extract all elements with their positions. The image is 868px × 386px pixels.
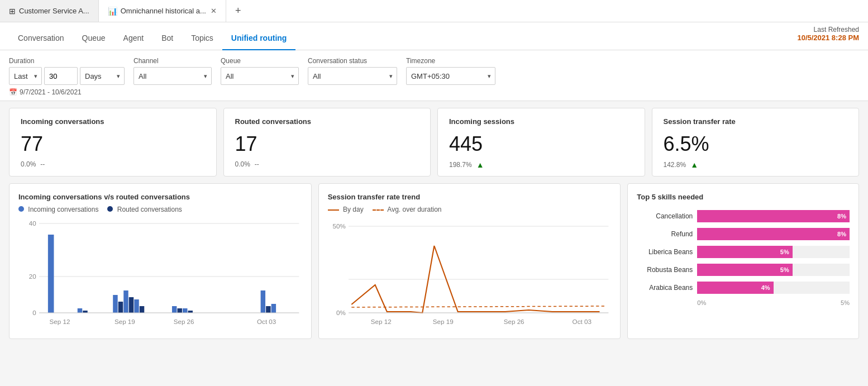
kpi-row: Incoming conversations 77 0.0% -- Routed… [0, 101, 868, 183]
skills-bar-value: 8% [837, 231, 846, 237]
kpi-incoming-sessions: Incoming sessions 445 198.7% ▲ [437, 108, 645, 177]
bar-routed-3 [118, 302, 123, 313]
tab-unified-routing[interactable]: Unified routing [222, 27, 296, 50]
bar-incoming-2 [78, 308, 82, 313]
kpi-session-transfer-rate-value: 6.5% [664, 132, 848, 156]
bar-incoming-3 [113, 295, 117, 313]
duration-preset-select[interactable]: Last [9, 67, 42, 85]
skills-bar-fill: 5% [697, 264, 792, 276]
conversation-status-select[interactable]: All [308, 67, 397, 85]
svg-line-16 [351, 306, 605, 307]
conversation-status-label: Conversation status [308, 57, 397, 65]
last-refreshed-label: Last Refreshed [797, 26, 859, 34]
skills-axis-5: 5% [841, 299, 850, 306]
date-range-value: 9/7/2021 - 10/6/2021 [20, 88, 82, 96]
skills-bar-value: 4% [761, 284, 770, 291]
kpi-session-transfer-rate: Session transfer rate 6.5% 142.8% ▲ [652, 108, 860, 177]
skills-bar-value: 5% [780, 249, 789, 255]
duration-filter: Duration Last Days Weeks Months [9, 57, 125, 85]
close-icon[interactable]: ✕ [211, 7, 217, 15]
queue-label: Queue [221, 57, 299, 65]
bar-incoming-9 [271, 304, 276, 313]
calendar-icon: 📅 [9, 88, 17, 96]
skills-chart-title: Top 5 skills needed [637, 193, 850, 201]
avg-legend-icon [373, 209, 384, 211]
routed-legend-label: Routed conversations [117, 206, 182, 213]
svg-text:Oct 03: Oct 03 [257, 318, 276, 325]
bar-incoming-7 [183, 308, 187, 313]
tab-topics[interactable]: Topics [182, 27, 222, 50]
add-tab-button[interactable]: + [226, 0, 250, 22]
kpi-incoming-conversations-title: Incoming conversations [21, 117, 205, 126]
line-chart-card: Session transfer rate trend By day Avg. … [318, 183, 621, 339]
bar-chart-svg: 40 20 0 [18, 218, 302, 330]
kpi-incoming-sessions-title: Incoming sessions [449, 117, 633, 126]
skills-bar-track: 8% [697, 228, 850, 240]
skills-bar-label: Robusta Beans [637, 266, 693, 274]
tab-conversation[interactable]: Conversation [9, 27, 73, 50]
bar-routed-2 [83, 311, 87, 313]
bar-incoming-4 [123, 290, 128, 313]
bar-incoming-5 [134, 299, 139, 313]
bar-chart-legend: Incoming conversations Routed conversati… [18, 206, 302, 213]
duration-unit-select[interactable]: Days Weeks Months [80, 67, 125, 85]
bar-incoming-6 [172, 306, 177, 313]
bar-incoming-1 [48, 235, 54, 313]
tab-queue[interactable]: Queue [73, 27, 115, 50]
incoming-sessions-arrow-icon: ▲ [476, 160, 484, 169]
channel-select[interactable]: All [133, 67, 212, 85]
skills-bar-fill: 8% [697, 228, 850, 240]
skills-bar-row: Cancellation 8% [637, 210, 850, 222]
conversation-status-filter: Conversation status All [308, 57, 397, 85]
duration-number-input[interactable] [44, 67, 78, 85]
skills-bar-label: Cancellation [637, 212, 693, 220]
skills-bar-row: Refund 8% [637, 228, 850, 240]
bar-routed-6 [177, 308, 182, 313]
timezone-select[interactable]: GMT+05:30 [406, 67, 495, 85]
incoming-legend-label: Incoming conversations [28, 206, 98, 213]
bar-routed-4 [129, 297, 133, 313]
svg-text:Sep 12: Sep 12 [370, 318, 391, 325]
svg-text:Sep 19: Sep 19 [115, 318, 135, 325]
queue-filter: Queue All [221, 57, 299, 85]
tab-bar: ⊞ Customer Service A... 📊 Omnichannel hi… [0, 0, 868, 22]
line-chart-container: 50% 0% Sep 12 Sep 19 Sep 26 Oct 03 [328, 218, 612, 330]
tab-agent[interactable]: Agent [115, 27, 153, 50]
bar-chart-container: 40 20 0 [18, 218, 302, 330]
by-day-legend-icon [328, 209, 339, 211]
svg-text:40: 40 [29, 220, 36, 227]
svg-text:50%: 50% [332, 223, 345, 230]
svg-text:0: 0 [32, 309, 36, 316]
tab-customer-service-label: Customer Service A... [19, 7, 89, 15]
tab-bot[interactable]: Bot [152, 27, 182, 50]
bar-routed-7 [188, 311, 193, 313]
svg-text:0%: 0% [336, 309, 346, 316]
skills-hbar-axis: 0% 5% [637, 299, 850, 306]
kpi-incoming-conversations-value: 77 [21, 132, 205, 156]
tab-customer-service[interactable]: ⊞ Customer Service A... [0, 0, 99, 22]
skills-axis-0: 0% [697, 299, 706, 306]
avg-legend-label: Avg. over duration [387, 206, 441, 213]
omnichannel-icon: 📊 [108, 7, 117, 16]
skills-bar-value: 8% [837, 213, 846, 220]
last-refreshed-value: 10/5/2021 8:28 PM [797, 34, 859, 42]
skills-bar-track: 8% [697, 210, 850, 222]
svg-text:Oct 03: Oct 03 [572, 318, 591, 325]
date-range: 📅 9/7/2021 - 10/6/2021 [9, 88, 859, 96]
line-chart-legend: By day Avg. over duration [328, 206, 612, 213]
kpi-routed-conversations-value: 17 [235, 132, 419, 156]
line-chart-title: Session transfer rate trend [328, 193, 612, 201]
bar-routed-8 [266, 306, 270, 313]
charts-row: Incoming conversations v/s routed conver… [0, 183, 868, 348]
kpi-session-transfer-rate-title: Session transfer rate [664, 117, 848, 126]
bar-incoming-8 [261, 290, 265, 313]
timezone-filter: Timezone GMT+05:30 [406, 57, 495, 85]
tab-omnichannel[interactable]: 📊 Omnichannel historical a... ✕ [99, 0, 226, 22]
tab-omnichannel-label: Omnichannel historical a... [121, 7, 206, 15]
routed-legend-dot [107, 206, 113, 212]
queue-select[interactable]: All [221, 67, 299, 85]
skills-bar-track: 5% [697, 246, 850, 258]
svg-text:Sep 26: Sep 26 [174, 318, 194, 325]
kpi-routed-conversations: Routed conversations 17 0.0% -- [223, 108, 431, 177]
skills-bar-track: 5% [697, 264, 850, 276]
